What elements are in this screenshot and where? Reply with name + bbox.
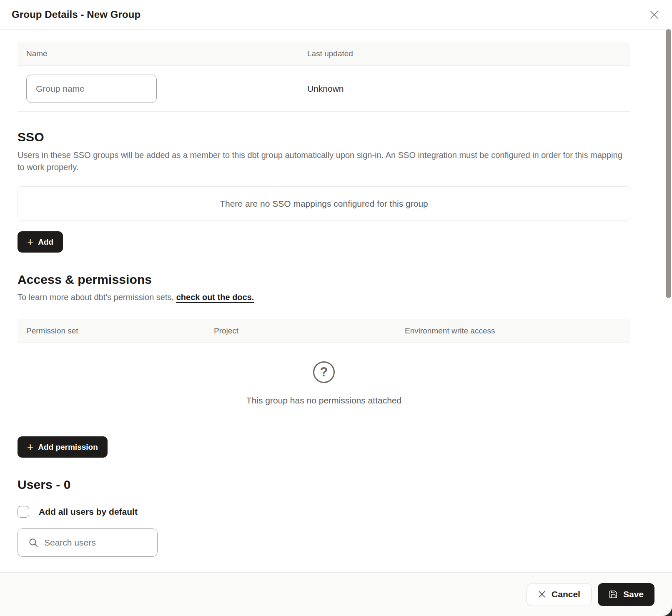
cancel-button[interactable]: Cancel	[527, 583, 592, 606]
search-users-input[interactable]	[18, 528, 158, 557]
permissions-empty-state: ? This group has no permissions attached	[18, 343, 630, 425]
column-header-environment-write-access: Environment write access	[396, 319, 630, 343]
last-updated-value: Unknown	[298, 84, 630, 94]
column-header-name: Name	[18, 42, 298, 65]
scrollbar[interactable]	[666, 29, 671, 298]
cancel-x-icon	[538, 590, 546, 598]
close-button[interactable]	[647, 8, 661, 22]
add-permission-label: Add permission	[38, 443, 98, 452]
add-permission-button[interactable]: + Add permission	[18, 436, 108, 458]
modal-body: Name Last updated Unknown SSO Users in t…	[0, 30, 672, 572]
group-name-table: Name Last updated Unknown	[18, 42, 630, 112]
sso-description: Users in these SSO groups will be added …	[18, 149, 630, 173]
group-details-modal: Group Details - New Group Name Last upda…	[0, 0, 672, 616]
plus-icon: +	[27, 236, 33, 247]
users-heading: Users - 0	[18, 478, 630, 492]
search-users-wrap	[18, 528, 158, 557]
plus-icon: +	[27, 441, 33, 452]
sso-empty-message: There are no SSO mappings configured for…	[220, 199, 428, 209]
close-icon	[649, 10, 659, 20]
table-row: Unknown	[18, 66, 630, 112]
group-name-input[interactable]	[26, 75, 157, 103]
page-title: Group Details - New Group	[12, 9, 140, 20]
column-header-permission-set: Permission set	[18, 319, 205, 343]
permissions-table: Permission set Project Environment write…	[18, 319, 630, 425]
question-glyph: ?	[320, 365, 328, 380]
add-all-users-label[interactable]: Add all users by default	[39, 507, 138, 517]
add-sso-mapping-button[interactable]: + Add	[18, 231, 63, 253]
modal-header: Group Details - New Group	[0, 0, 672, 30]
permissions-docs-line: To learn more about dbt's permission set…	[18, 293, 630, 302]
permissions-empty-message: This group has no permissions attached	[246, 396, 401, 406]
permissions-heading: Access & permissions	[18, 273, 630, 287]
cancel-label: Cancel	[552, 589, 580, 599]
save-button[interactable]: Save	[598, 583, 654, 606]
docs-link[interactable]: check out the docs.	[176, 293, 254, 302]
add-sso-mapping-label: Add	[38, 238, 53, 247]
permissions-docs-text: To learn more about dbt's permission set…	[18, 293, 176, 302]
permissions-table-header: Permission set Project Environment write…	[18, 319, 630, 343]
modal-footer: Cancel Save	[0, 572, 672, 616]
add-all-users-row: Add all users by default	[18, 506, 630, 518]
question-mark-icon: ?	[313, 361, 335, 383]
sso-empty-state: There are no SSO mappings configured for…	[18, 186, 630, 221]
save-disk-icon	[609, 590, 618, 599]
save-label: Save	[623, 589, 644, 599]
column-header-last-updated: Last updated	[298, 42, 630, 65]
column-header-project: Project	[205, 319, 396, 343]
sso-heading: SSO	[18, 130, 630, 144]
group-name-table-header: Name Last updated	[18, 42, 630, 66]
add-all-users-checkbox[interactable]	[18, 506, 29, 518]
